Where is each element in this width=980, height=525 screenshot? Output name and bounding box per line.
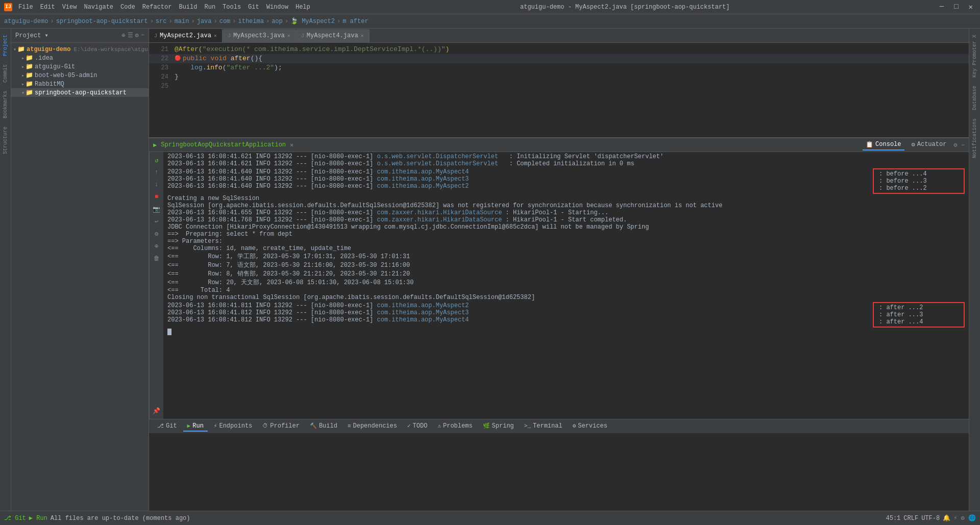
panel-icon-settings[interactable]: ⚙: [135, 32, 139, 39]
tab-myaspect2[interactable]: J MyAspect2.java ✕: [149, 29, 223, 42]
run-tab-console[interactable]: 📋 Console: [863, 140, 904, 151]
panel-icon-collapse[interactable]: ☰: [128, 32, 133, 39]
main-area: Project Commit Bookmarks Structure Proje…: [0, 29, 980, 511]
run-bar: ▶ SpringbootAopQuickstartApplication ✕ 📋…: [149, 138, 969, 152]
editor-area: J MyAspect2.java ✕ J MyAspect3.java ✕ J …: [149, 29, 969, 511]
close-button[interactable]: ✕: [966, 2, 976, 12]
panel-icon-locate[interactable]: ⊕: [121, 32, 125, 39]
tab-close-3[interactable]: ✕: [361, 33, 364, 39]
status-encoding[interactable]: UTF-8: [921, 515, 940, 522]
breadcrumb-atguigu-demo[interactable]: atguigu-demo: [4, 18, 48, 25]
maximize-button[interactable]: □: [951, 2, 961, 12]
scroll-down-button[interactable]: ↓: [152, 180, 162, 190]
btab-endpoints[interactable]: ⚡ Endpoints: [210, 421, 256, 432]
breadcrumb-aop[interactable]: aop: [272, 18, 283, 25]
after-msg-2: : after ...2: [879, 304, 959, 311]
code-line-22: 22 🔴 public void after(){: [149, 54, 969, 63]
btab-spring-label: Spring: [492, 422, 514, 430]
menu-window[interactable]: Window: [263, 3, 291, 12]
right-sidebar: Key Promoter X Database Notifications: [969, 29, 980, 511]
restart-button[interactable]: ↺: [152, 155, 162, 165]
right-panel-database[interactable]: Database: [970, 82, 979, 114]
console-output[interactable]: 2023-06-13 16:08:41.621 INFO 13292 --- […: [163, 152, 969, 419]
btab-run-label: Run: [192, 422, 204, 430]
wrap-button[interactable]: ↩: [152, 216, 162, 227]
btab-build-label: Build: [319, 422, 337, 430]
tab-myaspect3[interactable]: J MyAspect3.java ✕: [223, 29, 296, 42]
menu-view[interactable]: View: [59, 3, 80, 12]
minimize-button[interactable]: ─: [937, 2, 947, 12]
vtab-bookmarks[interactable]: Bookmarks: [1, 87, 10, 122]
btab-git[interactable]: ⎇ Git: [153, 421, 181, 432]
breadcrumb-src[interactable]: src: [156, 18, 167, 25]
settings-button2[interactable]: ⚙: [152, 229, 162, 239]
btab-services[interactable]: ⚙ Services: [569, 421, 611, 432]
status-git[interactable]: ⎇ Git: [4, 514, 26, 522]
tree-boot-web[interactable]: ▸ 📁 boot-web-05-admin: [11, 71, 149, 80]
breadcrumb-after[interactable]: m after: [342, 18, 368, 25]
tab-close-2[interactable]: ✕: [287, 33, 290, 39]
menu-edit[interactable]: Edit: [37, 3, 58, 12]
vtab-commit[interactable]: Commit: [1, 60, 10, 87]
run-settings-button[interactable]: ⚙ −: [953, 141, 965, 149]
menu-tools[interactable]: Tools: [219, 3, 244, 12]
tree-root[interactable]: ▾ 📁 atguigu-demo E:\idea-workspace\atgui…: [11, 45, 149, 54]
breadcrumb-itheima[interactable]: itheima: [238, 18, 264, 25]
trash-button[interactable]: 🗑: [152, 253, 162, 263]
tree-atguigu-git[interactable]: ▸ 📁 atguigu-Git: [11, 62, 149, 71]
tab-close-1[interactable]: ✕: [214, 33, 217, 39]
actuator-label: Actuator: [917, 141, 947, 148]
run-app-name[interactable]: SpringbootAopQuickstartApplication: [161, 141, 286, 148]
menu-navigate[interactable]: Navigate: [81, 3, 116, 12]
tree-rabbitmq[interactable]: ▸ 📁 RabbitMQ: [11, 80, 149, 88]
btab-problems[interactable]: ⚠ Problems: [433, 421, 476, 432]
btab-todo[interactable]: ✓ TODO: [403, 421, 431, 432]
btab-profiler[interactable]: ⏱ Profiler: [258, 421, 304, 432]
menu-help[interactable]: Help: [292, 3, 313, 12]
right-panel-notifications[interactable]: Notifications: [970, 114, 979, 162]
vtab-project[interactable]: Project: [1, 31, 10, 60]
btab-build[interactable]: 🔨 Build: [306, 421, 341, 432]
console-line-plain-9: <== Row: 8, 销售部, 2023-05-30 21:21:20, 20…: [167, 269, 965, 278]
run-close[interactable]: ✕: [290, 141, 293, 149]
menu-file[interactable]: File: [15, 3, 36, 12]
status-position[interactable]: 45:1: [886, 515, 901, 522]
menu-git[interactable]: Git: [245, 3, 262, 12]
breadcrumb-java[interactable]: java: [197, 18, 212, 25]
project-panel: Project ▾ ⊕ ☰ ⚙ − ▾ 📁 atguigu-demo E:\id…: [11, 29, 149, 511]
stop-button[interactable]: ■: [152, 192, 162, 202]
btab-run[interactable]: ▶ Run: [183, 421, 208, 432]
breadcrumb-myaspect2[interactable]: 🍃 MyAspect2: [290, 17, 335, 25]
status-crlf[interactable]: CRLF: [903, 515, 918, 522]
btab-terminal[interactable]: >_ Terminal: [520, 421, 567, 432]
scroll-up-button[interactable]: ↑: [152, 167, 162, 178]
tree-springboot[interactable]: ▾ 📁 springboot-aop-quickstart: [11, 88, 149, 97]
code-editor[interactable]: 21 @After("execution(* com.itheima.servi…: [149, 43, 969, 137]
run-tab-actuator[interactable]: ⚙ Actuator: [909, 140, 950, 151]
menu-code[interactable]: Code: [117, 3, 138, 12]
breadcrumb-main[interactable]: main: [175, 18, 189, 25]
btab-dependencies[interactable]: ≡ Dependencies: [344, 421, 401, 432]
filter-button[interactable]: ⊕: [152, 241, 162, 251]
btab-profiler-label: Profiler: [270, 422, 300, 430]
before-group: 2023-06-13 16:08:41.640 INFO 13292 --- […: [167, 168, 965, 194]
btab-spring[interactable]: 🌿 Spring: [479, 421, 518, 432]
breadcrumb-com[interactable]: com: [219, 18, 231, 25]
status-run[interactable]: ▶ Run: [29, 514, 47, 522]
menu-run[interactable]: Run: [201, 3, 218, 12]
btab-endpoints-label: Endpoints: [219, 422, 252, 430]
pin-button[interactable]: 📌: [152, 406, 162, 416]
console-line-8: 2023-06-13 16:08:41.811 INFO 13292 --- […: [167, 302, 871, 309]
breadcrumb-springboot[interactable]: springboot-aop-quickstart: [56, 18, 148, 25]
console-line-7: 2023-06-13 16:08:41.768 INFO 13292 --- […: [167, 216, 965, 223]
menu-refactor[interactable]: Refactor: [139, 3, 175, 12]
vtab-structure[interactable]: Structure: [1, 122, 10, 158]
tree-idea[interactable]: ▸ 📁 .idea: [11, 54, 149, 62]
tab-myaspect4[interactable]: J MyAspect4.java ✕: [296, 29, 370, 42]
btab-dependencies-label: Dependencies: [353, 422, 397, 430]
menu-build[interactable]: Build: [176, 3, 200, 12]
console-line-plain-2: SqlSession [org.apache.ibatis.session.de…: [167, 202, 965, 209]
camera-button[interactable]: 📷: [152, 204, 162, 214]
panel-icon-minus[interactable]: −: [141, 32, 144, 39]
right-panel-keypromoter[interactable]: Key Promoter X: [970, 31, 979, 82]
